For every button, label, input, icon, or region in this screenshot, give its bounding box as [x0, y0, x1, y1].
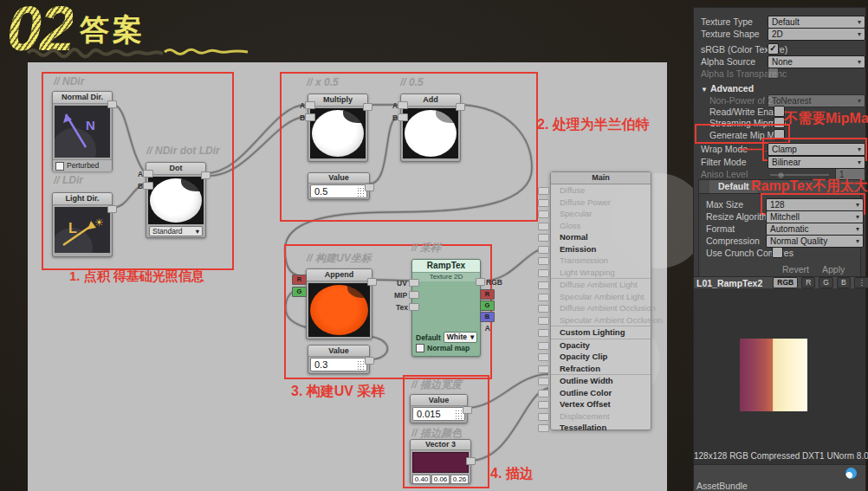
- output-port[interactable]: [365, 184, 374, 191]
- drag-handle-icon[interactable]: [357, 187, 365, 197]
- channel-button-r[interactable]: R: [801, 277, 815, 288]
- main-port-row[interactable]: Refraction: [551, 363, 651, 376]
- preview-menu-icon[interactable]: ⋮: [854, 277, 868, 288]
- port-socket[interactable]: [538, 424, 549, 432]
- input-port-g[interactable]: G: [292, 287, 307, 297]
- normal-map-checkbox[interactable]: [416, 344, 424, 352]
- port-socket[interactable]: [538, 269, 549, 277]
- input-port-uv[interactable]: [409, 279, 419, 287]
- node-multiply[interactable]: Multiply A B: [308, 94, 368, 162]
- port-socket[interactable]: [538, 187, 549, 195]
- port-socket[interactable]: [538, 329, 549, 337]
- port-socket[interactable]: [538, 365, 549, 373]
- input-port-a[interactable]: [143, 170, 153, 178]
- node-value-half[interactable]: Value 0.5: [308, 172, 370, 200]
- main-port-row[interactable]: Specular: [551, 208, 651, 220]
- port-socket[interactable]: [538, 342, 549, 350]
- output-port-g[interactable]: G: [480, 300, 495, 311]
- format-dropdown[interactable]: Automatic▾: [766, 223, 864, 236]
- alpha-source-dropdown[interactable]: None▾: [768, 55, 865, 68]
- node-main[interactable]: Main Diffuse Diffuse Power Sp: [550, 171, 651, 430]
- shader-graph-canvas[interactable]: // NDir // LDir // NDir dot LDir // x 0.…: [28, 62, 667, 491]
- value-input[interactable]: 0.015: [417, 409, 441, 419]
- advanced-label[interactable]: Advanced: [710, 83, 754, 94]
- output-port[interactable]: [365, 357, 374, 365]
- resize-algorithm-dropdown[interactable]: Mitchell▾: [766, 210, 864, 223]
- main-port-row[interactable]: Tessellation: [551, 422, 651, 434]
- node-value-outline-width[interactable]: Value 0.015: [410, 394, 468, 423]
- port-socket[interactable]: [538, 223, 549, 230]
- output-port-b[interactable]: B: [480, 312, 495, 322]
- output-port[interactable]: [367, 278, 377, 286]
- main-port-row[interactable]: Opacity Clip: [551, 351, 651, 363]
- main-port-row[interactable]: Diffuse: [551, 184, 651, 197]
- input-port-a[interactable]: [305, 101, 315, 109]
- main-port-row[interactable]: Diffuse Ambient Light: [551, 279, 651, 291]
- main-port-row[interactable]: Emission: [551, 243, 651, 255]
- output-port[interactable]: [363, 103, 372, 111]
- main-port-row[interactable]: Specular Ambient Occlusion: [551, 314, 651, 327]
- port-socket[interactable]: [538, 378, 549, 385]
- dot-mode-dropdown[interactable]: Standard▾: [149, 226, 203, 236]
- revert-button[interactable]: Revert: [782, 264, 809, 275]
- value-input[interactable]: 0.5: [314, 186, 327, 197]
- drag-handle-icon[interactable]: [455, 410, 463, 419]
- output-port[interactable]: [456, 103, 465, 111]
- texture-shape-dropdown[interactable]: 2D▾: [768, 28, 865, 41]
- main-port-row[interactable]: Diffuse Power: [551, 197, 651, 209]
- vector-y-input[interactable]: 0.06: [431, 475, 450, 484]
- port-socket[interactable]: [538, 210, 549, 218]
- input-port-tex[interactable]: [409, 303, 419, 311]
- output-port[interactable]: [107, 205, 117, 213]
- compression-dropdown[interactable]: Normal Quality▾: [766, 235, 864, 248]
- channel-button-b[interactable]: B: [837, 277, 851, 288]
- output-port[interactable]: [466, 457, 476, 465]
- foldout-triangle-icon[interactable]: ▼: [701, 86, 708, 94]
- output-port-rgb[interactable]: [476, 278, 485, 286]
- vector-z-input[interactable]: 0.26: [450, 475, 469, 484]
- main-port-row[interactable]: Normal: [551, 231, 651, 243]
- texture-type-dropdown[interactable]: Default▾: [768, 16, 865, 29]
- port-socket[interactable]: [538, 413, 549, 421]
- port-socket[interactable]: [538, 246, 549, 254]
- port-socket[interactable]: [538, 390, 549, 397]
- default-texture-dropdown[interactable]: White▾: [444, 332, 477, 343]
- node-append[interactable]: Append R G: [306, 268, 372, 339]
- port-socket[interactable]: [538, 317, 549, 325]
- srgb-checkbox[interactable]: ✓: [768, 43, 779, 55]
- port-socket[interactable]: [538, 353, 549, 361]
- main-port-row[interactable]: Transmission: [551, 255, 651, 267]
- node-dot[interactable]: Dot Standard▾ A B: [146, 162, 206, 238]
- input-port-mip[interactable]: [409, 291, 419, 299]
- output-port[interactable]: [463, 406, 472, 414]
- main-port-row[interactable]: Custom Lighting: [551, 326, 651, 339]
- node-normal-dir[interactable]: Normal Dir. N Perturbed: [52, 91, 113, 171]
- port-socket[interactable]: [538, 281, 549, 289]
- crunch-checkbox[interactable]: [772, 247, 783, 258]
- node-ramptex[interactable]: RampTex Texture 2D UV MIP Tex RGB R G B …: [411, 259, 481, 357]
- main-port-row[interactable]: Diffuse Ambient Occlusion: [551, 302, 651, 314]
- channel-button-rgb[interactable]: RGB: [773, 277, 798, 288]
- port-socket[interactable]: [538, 294, 549, 301]
- input-port-b[interactable]: [398, 113, 408, 121]
- apply-button[interactable]: Apply: [822, 264, 845, 275]
- color-swatch[interactable]: [412, 452, 469, 473]
- channel-button-g[interactable]: G: [819, 277, 833, 288]
- main-port-row[interactable]: Opacity: [551, 339, 651, 352]
- value-input[interactable]: 0.3: [314, 359, 327, 370]
- output-port-r[interactable]: R: [480, 289, 495, 300]
- filter-mode-dropdown[interactable]: Bilinear▾: [768, 156, 865, 169]
- port-socket[interactable]: [538, 305, 549, 313]
- drag-handle-icon[interactable]: [357, 360, 365, 370]
- main-port-row[interactable]: Specular Ambient Light: [551, 291, 651, 303]
- port-socket[interactable]: [538, 257, 549, 265]
- node-light-dir[interactable]: Light Dir. L ☀: [52, 192, 113, 257]
- perturbed-checkbox[interactable]: [55, 162, 64, 171]
- port-socket[interactable]: [538, 199, 549, 207]
- input-port-r[interactable]: R: [292, 275, 307, 285]
- node-vector3[interactable]: Vector 3 0.40 0.06 0.26: [410, 439, 471, 484]
- main-port-row[interactable]: Light Wrapping: [551, 267, 651, 280]
- input-port-b[interactable]: [305, 113, 315, 121]
- port-socket[interactable]: [538, 401, 549, 409]
- assetbundle-icon[interactable]: [845, 468, 857, 479]
